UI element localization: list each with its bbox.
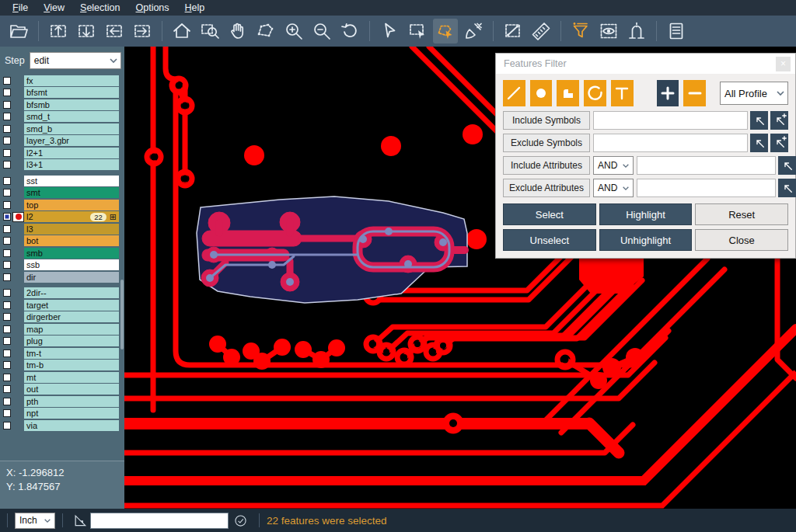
layer-row-out[interactable]: out [0,384,124,396]
features-filter-button[interactable] [568,19,593,43]
exclude-symbols-field[interactable] [593,134,748,152]
profile-select[interactable]: All Profile [720,82,788,105]
menu-item-file[interactable]: File [5,1,36,15]
layer-visibility-checkbox[interactable] [3,289,11,297]
view-options-button[interactable] [596,19,621,43]
zoom-in-button[interactable] [281,19,306,43]
home-view-button[interactable] [169,19,194,43]
view-left-button[interactable] [102,19,127,43]
layer-row-target[interactable]: target [0,299,124,311]
layer-row-tm-t[interactable]: tm-t [0,347,124,360]
open-file-button[interactable] [6,19,31,43]
exclude-symbols-button[interactable]: Exclude Symbols [503,134,590,152]
pick-attribute-button[interactable] [778,179,796,197]
layer-row-l2+1[interactable]: l2+1 [0,147,124,159]
zoom-polygon-button[interactable] [253,19,278,43]
layer-row-npt[interactable]: npt [0,408,124,420]
exclude-attributes-field[interactable] [637,179,776,197]
pan-hand-button[interactable] [225,19,250,43]
layer-visibility-checkbox[interactable] [3,398,11,405]
unit-select[interactable]: Inch [15,513,55,529]
command-input[interactable] [90,513,229,529]
layer-visibility-checkbox[interactable] [3,325,11,333]
layer-row-smd_b[interactable]: smd_b [0,123,124,135]
layer-row-smd_t[interactable]: smd_t [0,111,124,123]
highlight-button[interactable]: Highlight [599,203,693,225]
layer-row-smt[interactable]: smt [0,187,124,200]
select-pointer-button[interactable] [377,19,402,43]
layer-visibility-checkbox[interactable] [3,177,11,185]
close-icon[interactable]: × [776,57,791,71]
layer-row-smb[interactable]: smb [0,247,124,259]
layer-visibility-checkbox[interactable] [3,237,11,245]
layer-visibility-checkbox[interactable] [3,77,11,85]
layer-visibility-checkbox[interactable] [3,385,11,393]
layer-row-dirgerber[interactable]: dirgerber [0,311,124,324]
pick-symbol-button[interactable] [750,111,768,130]
layer-visibility-checkbox[interactable] [3,149,11,157]
measure-ruler-button[interactable] [529,19,553,43]
layer-visibility-checkbox[interactable] [3,337,11,345]
clear-highlights-button[interactable] [461,19,486,43]
include-symbols-field[interactable] [593,111,748,130]
include-logic-select[interactable]: AND [593,156,634,175]
layer-visibility-checkbox[interactable] [3,422,11,429]
layer-visibility-checkbox[interactable] [3,313,11,321]
include-symbols-button[interactable]: Include Symbols [503,111,590,130]
layer-visibility-checkbox[interactable] [3,189,11,196]
dialog-titlebar[interactable]: Features Filter × [496,54,795,74]
layer-visibility-checkbox[interactable] [3,137,11,144]
reset-button[interactable]: Reset [695,203,788,225]
layer-row-pth[interactable]: pth [0,395,124,408]
layer-visibility-checkbox[interactable] [3,125,11,133]
measure-distance-button[interactable] [501,19,525,43]
layer-row-layer_3.gbr[interactable]: layer_3.gbr [0,135,124,148]
include-attributes-button[interactable]: Include Attributes [503,156,590,175]
remove-filter-button[interactable] [683,80,706,106]
layer-visibility-checkbox[interactable] [3,409,11,417]
layers-form-button[interactable] [664,19,689,43]
layer-visibility-checkbox[interactable] [3,201,11,209]
layer-row-2dir--[interactable]: 2dir-- [0,287,124,300]
add-filter-button[interactable] [657,80,679,106]
view-down-button[interactable] [74,19,99,43]
menu-item-view[interactable]: View [36,1,72,15]
line-tool-button[interactable] [503,80,525,106]
layer-row-l3[interactable]: l3 [0,223,124,235]
close-button[interactable]: Close [695,229,788,251]
pad-tool-button[interactable] [530,80,553,106]
zoom-previous-button[interactable] [337,19,362,43]
menu-item-selection[interactable]: Selection [72,1,127,15]
layer-visibility-checkbox[interactable] [3,161,11,169]
layer-row-bfsmb[interactable]: bfsmb [0,99,124,111]
select-polygon-button[interactable] [433,19,458,43]
layer-row-top[interactable]: top [0,199,124,211]
layer-row-bfsmt[interactable]: bfsmt [0,87,124,99]
select-window-button[interactable] [405,19,430,43]
pick-symbol-button[interactable] [750,134,768,152]
layer-visibility-checkbox[interactable] [3,374,11,381]
include-attributes-field[interactable] [637,156,776,175]
exclude-attributes-button[interactable]: Exclude Attributes [503,179,590,197]
zoom-window-button[interactable] [197,19,222,43]
snap-mode-button[interactable] [624,19,649,43]
select-button[interactable]: Select [503,203,596,225]
layer-visibility-checkbox[interactable] [3,301,11,309]
refresh-check-button[interactable] [229,513,252,528]
layer-row-sst[interactable]: sst [0,175,124,187]
unhighlight-button[interactable]: Unhighlight [599,229,693,251]
corner-angle-button[interactable] [70,513,90,528]
layer-visibility-checkbox[interactable] [3,249,11,257]
layer-visibility-checkbox[interactable] [3,273,11,281]
layer-visibility-checkbox[interactable] [3,349,11,357]
pick-attribute-button[interactable] [778,156,796,175]
layer-visibility-checkbox[interactable] [3,101,11,109]
layer-visibility-checkbox[interactable] [3,361,11,369]
layer-row-tm-b[interactable]: tm-b [0,360,124,372]
layer-row-map[interactable]: map [0,323,124,336]
layer-row-plug[interactable]: plug [0,336,124,348]
exclude-logic-select[interactable]: AND [593,179,634,197]
layer-visibility-checkbox[interactable] [3,261,11,269]
layer-visibility-checkbox[interactable] [3,213,11,221]
layer-row-bot[interactable]: bot [0,235,124,248]
